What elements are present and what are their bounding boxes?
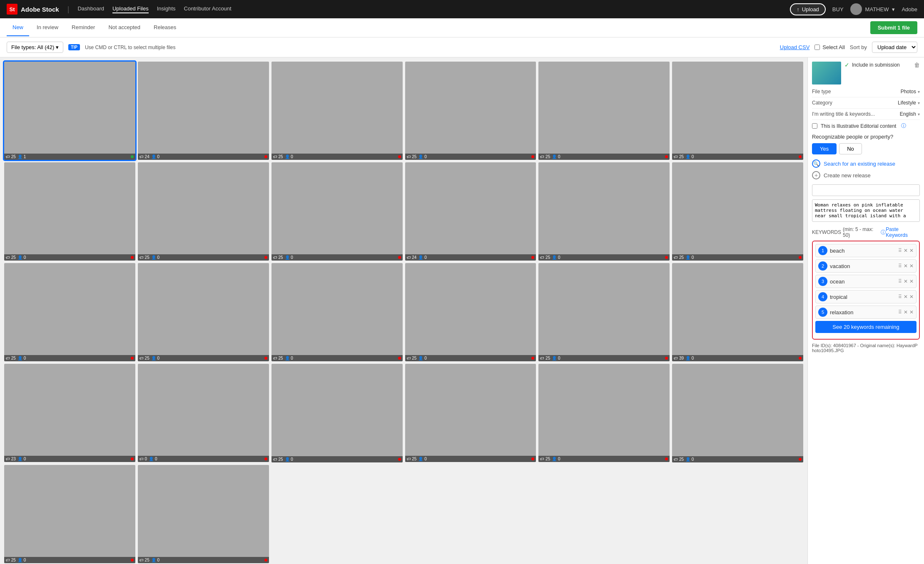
photo-cell-23[interactable]: 🏷 25👤 0 xyxy=(538,364,670,462)
tab-new[interactable]: New xyxy=(7,19,29,36)
photo-cell-16[interactable]: 🏷 25👤 0 xyxy=(405,263,536,361)
submit-button[interactable]: Submit 1 file xyxy=(870,21,917,34)
close-icon-5[interactable]: ✕ xyxy=(909,309,914,315)
delete-icon[interactable]: 🗑 xyxy=(914,62,920,68)
sort-select[interactable]: Upload date xyxy=(872,42,917,53)
edit-icon-4[interactable]: ✕ xyxy=(904,294,908,300)
status-dot-8 xyxy=(264,256,267,259)
photo-cell-2[interactable]: 🏷 24👤 0 xyxy=(138,62,269,160)
create-release-label: Create new release xyxy=(824,172,871,179)
photo-info-18: 🏷 39👤 0 xyxy=(672,355,803,361)
photo-cell-9[interactable]: 🏷 25👤 0 xyxy=(271,162,403,261)
tab-reminder[interactable]: Reminder xyxy=(66,19,101,36)
photo-info-11: 🏷 25👤 0 xyxy=(538,254,670,261)
photo-cell-24[interactable]: 🏷 25👤 0 xyxy=(672,364,803,462)
tab-not-accepted[interactable]: Not accepted xyxy=(102,19,146,36)
illustrative-checkbox[interactable] xyxy=(812,123,817,129)
title-input[interactable] xyxy=(812,184,920,196)
create-release-row[interactable]: + Create new release xyxy=(812,171,920,179)
tab-releases[interactable]: Releases xyxy=(148,19,182,36)
photo-cell-15[interactable]: 🏷 25👤 0 xyxy=(271,263,403,361)
yes-no-buttons: Yes No xyxy=(812,143,920,154)
photo-cell-4[interactable]: 🏷 25👤 0 xyxy=(405,62,536,160)
photo-cell-18[interactable]: 🏷 39👤 0 xyxy=(672,263,803,361)
photo-keywords-5: 🏷 25 xyxy=(540,154,550,159)
tab-in-review[interactable]: In review xyxy=(31,19,64,36)
photo-cell-6[interactable]: 🏷 25👤 0 xyxy=(672,62,803,160)
photo-cell-11[interactable]: 🏷 25👤 0 xyxy=(538,162,670,261)
illustrative-row[interactable]: This is Illustrative Editorial content ⓘ xyxy=(812,122,920,129)
yes-button[interactable]: Yes xyxy=(812,143,837,154)
grid-panel[interactable]: 🏷 25👤 1🏷 24👤 0🏷 25👤 0🏷 25👤 0🏷 25👤 0🏷 25👤… xyxy=(0,57,807,564)
nav-uploaded-files[interactable]: Uploaded Files xyxy=(112,5,149,13)
file-type-dropdown[interactable]: Photos ▾ xyxy=(901,89,920,94)
photo-keywords-22: 🏷 25 xyxy=(407,457,417,461)
photo-cell-8[interactable]: 🏷 25👤 0 xyxy=(138,162,269,261)
photo-cell-7[interactable]: 🏷 25👤 0 xyxy=(4,162,135,261)
info-icon[interactable]: ⓘ xyxy=(901,122,906,129)
keyword-actions-3[interactable]: ⠿ ✕ ✕ xyxy=(898,278,914,284)
photo-info-19: 🏷 23👤 0 xyxy=(4,456,135,462)
paste-keywords-button[interactable]: Paste Keywords xyxy=(886,226,920,238)
photo-keywords-3: 🏷 25 xyxy=(273,154,283,159)
nav-insights[interactable]: Insights xyxy=(157,5,176,13)
photo-cell-14[interactable]: 🏷 25👤 0 xyxy=(138,263,269,361)
user-menu[interactable]: MATHEW ▾ xyxy=(850,3,895,15)
photo-cell-25[interactable]: 🏷 25👤 0 xyxy=(4,465,135,563)
photo-cell-5[interactable]: 🏷 25👤 0 xyxy=(538,62,670,160)
upload-csv-button[interactable]: Upload CSV xyxy=(780,44,810,50)
keyword-actions-5[interactable]: ⠿ ✕ ✕ xyxy=(898,309,914,315)
photo-cell-1[interactable]: 🏷 25👤 1 xyxy=(4,62,135,160)
photo-cell-19[interactable]: 🏷 23👤 0 xyxy=(4,364,135,462)
photo-cell-17[interactable]: 🏷 25👤 0 xyxy=(538,263,670,361)
photo-cell-26[interactable]: 🏷 25👤 0 xyxy=(138,465,269,563)
see-more-keywords-button[interactable]: See 20 keywords remaining xyxy=(815,321,917,333)
upload-button[interactable]: ↑ Upload xyxy=(790,3,826,15)
photo-cell-13[interactable]: 🏷 25👤 0 xyxy=(4,263,135,361)
no-button[interactable]: No xyxy=(839,143,862,154)
photo-cell-10[interactable]: 🏷 24👤 0 xyxy=(405,162,536,261)
photo-cell-21[interactable]: 🏷 25👤 0 xyxy=(271,364,403,462)
buy-button[interactable]: BUY xyxy=(832,6,844,12)
keyword-actions-1[interactable]: ⠿ ✕ ✕ xyxy=(898,248,914,253)
keyword-text-3[interactable]: ocean xyxy=(830,278,896,285)
edit-icon-1[interactable]: ✕ xyxy=(904,248,908,253)
photo-cell-22[interactable]: 🏷 25👤 0 xyxy=(405,364,536,462)
status-dot-20 xyxy=(264,457,267,460)
close-icon-2[interactable]: ✕ xyxy=(909,263,914,269)
keyword-actions-4[interactable]: ⠿ ✕ ✕ xyxy=(898,294,914,300)
edit-icon-2[interactable]: ✕ xyxy=(904,263,908,269)
status-dot-15 xyxy=(398,357,401,360)
file-types-dropdown[interactable]: File types: All (42) ▾ xyxy=(7,42,63,53)
photo-info-20: 🏷 0👤 0 xyxy=(138,456,269,462)
select-all-label[interactable]: Select All xyxy=(814,44,844,50)
photo-cell-20[interactable]: 🏷 0👤 0 xyxy=(138,364,269,462)
keyword-text-4[interactable]: tropical xyxy=(830,294,896,300)
search-release-row[interactable]: 🔍 Search for an existing release xyxy=(812,159,920,168)
keyword-text-2[interactable]: vacation xyxy=(830,263,896,269)
photo-people-3: 👤 0 xyxy=(285,154,293,159)
nav-contributor-account[interactable]: Contributor Account xyxy=(184,5,232,13)
keyword-text-1[interactable]: beach xyxy=(830,248,896,254)
keyword-text-5[interactable]: relaxation xyxy=(830,309,896,316)
keywords-label: KEYWORDS (min: 5 - max: 50) ⓘ xyxy=(812,226,886,238)
include-in-submission[interactable]: ✓ Include in submission xyxy=(844,62,911,68)
keyword-actions-2[interactable]: ⠿ ✕ ✕ xyxy=(898,263,914,269)
photo-cell-12[interactable]: 🏷 25👤 0 xyxy=(672,162,803,261)
language-dropdown[interactable]: English ▾ xyxy=(900,111,920,117)
edit-icon-3[interactable]: ✕ xyxy=(904,278,908,284)
photo-people-2: 👤 0 xyxy=(151,154,159,159)
edit-icon-5[interactable]: ✕ xyxy=(904,309,908,315)
close-icon-3[interactable]: ✕ xyxy=(909,278,914,284)
category-dropdown[interactable]: Lifestyle ▾ xyxy=(898,100,920,106)
close-icon-4[interactable]: ✕ xyxy=(909,294,914,300)
keywords-info-icon[interactable]: ⓘ xyxy=(881,229,886,236)
photo-cell-3[interactable]: 🏷 25👤 0 xyxy=(271,62,403,160)
photo-people-16: 👤 0 xyxy=(418,356,426,360)
title-textarea[interactable]: Woman relaxes on pink inflatable mattres… xyxy=(812,199,920,222)
nav-dashboard[interactable]: Dashboard xyxy=(77,5,104,13)
select-all-checkbox[interactable] xyxy=(814,45,820,50)
status-dot-6 xyxy=(799,155,802,158)
close-icon-1[interactable]: ✕ xyxy=(909,248,914,253)
tip-badge: TIP xyxy=(68,44,80,50)
